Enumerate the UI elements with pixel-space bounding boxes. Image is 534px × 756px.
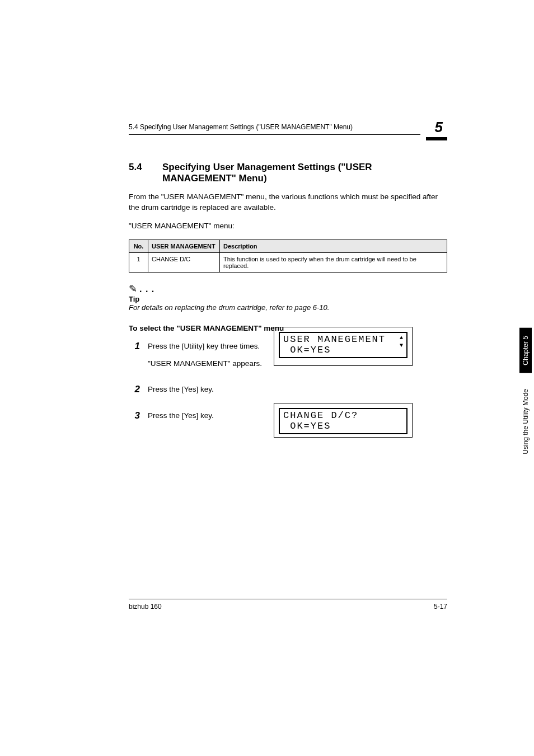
page-footer: bizhub 160 5-17	[129, 599, 447, 611]
section-number: 5.4	[129, 162, 162, 184]
lcd-inner: CHANGE D/C? OK=YES	[279, 408, 407, 434]
lcd-line2: OK=YES	[283, 345, 403, 355]
tip-block: ✎ . . . Tip For details on replacing the…	[129, 283, 447, 312]
chapter-number-badge: 5	[426, 118, 447, 140]
cell-no: 1	[129, 252, 148, 272]
step-number: 3	[129, 411, 140, 420]
side-tabs: Chapter 5 Using the Utility Mode	[519, 328, 534, 465]
col-header-no: No.	[129, 240, 148, 252]
step-line: Press the [Yes] key.	[148, 384, 447, 395]
lcd-inner: USER MANEGEMENT OK=YES ▲▼	[279, 332, 407, 358]
table-header-row: No. USER MANAGEMENT Description	[129, 240, 447, 252]
step-number: 2	[129, 384, 140, 394]
col-header-um: USER MANAGEMENT	[148, 240, 220, 252]
intro-paragraph: From the "USER MANAGEMENT" menu, the var…	[129, 192, 447, 213]
mode-tab: Using the Utility Mode	[519, 378, 532, 466]
tip-text: For details on replacing the drum cartri…	[129, 303, 447, 312]
cell-um: CHANGE D/C	[148, 252, 220, 272]
menu-label: "USER MANAGEMENT" menu:	[129, 221, 447, 232]
table-row: 1 CHANGE D/C This function is used to sp…	[129, 252, 447, 272]
lcd-screen-2: CHANGE D/C? OK=YES	[274, 403, 413, 438]
lcd-line2: OK=YES	[283, 421, 403, 431]
running-header: 5.4 Specifying User Management Settings …	[129, 118, 447, 140]
ellipsis-icon: . . .	[139, 284, 154, 294]
lcd-line1: CHANGE D/C?	[283, 410, 403, 421]
cell-desc: This function is used to specify when th…	[220, 252, 447, 272]
section-title: Specifying User Management Settings ("US…	[162, 162, 447, 184]
lcd-screen-1: USER MANEGEMENT OK=YES ▲▼	[274, 327, 413, 366]
tip-label: Tip	[129, 295, 447, 303]
user-management-table: No. USER MANAGEMENT Description 1 CHANGE…	[129, 240, 447, 273]
lcd-line1: USER MANEGEMENT	[283, 334, 403, 345]
section-heading: 5.4 Specifying User Management Settings …	[129, 162, 447, 184]
pencil-icon: ✎	[129, 283, 137, 295]
chapter-tab: Chapter 5	[519, 328, 532, 373]
lcd-scroll-arrows: ▲▼	[400, 334, 403, 350]
footer-page: 5-17	[434, 603, 447, 611]
footer-product: bizhub 160	[129, 603, 162, 611]
col-header-desc: Description	[220, 240, 447, 252]
running-header-title: 5.4 Specifying User Management Settings …	[129, 123, 420, 135]
step-2: 2 Press the [Yes] key.	[129, 384, 447, 402]
step-body: Press the [Yes] key.	[148, 384, 447, 402]
step-number: 1	[129, 341, 140, 351]
